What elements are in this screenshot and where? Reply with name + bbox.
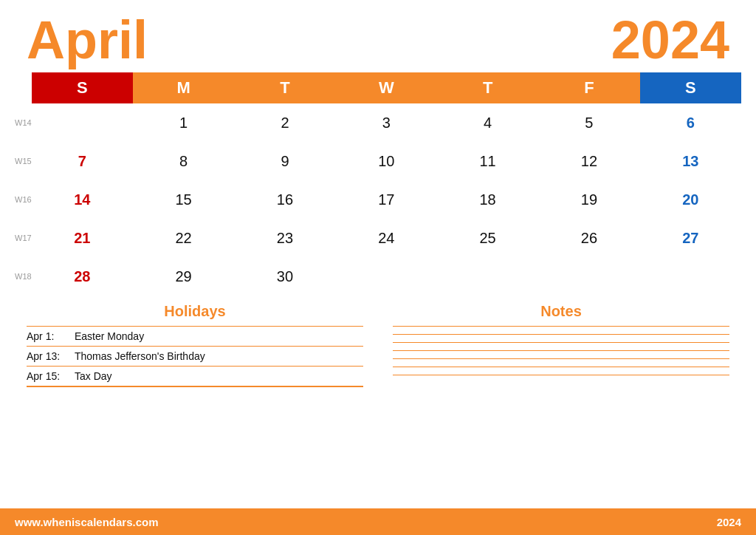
calendar-day: 7	[32, 142, 133, 180]
footer: www.wheniscalendars.com 2024	[0, 508, 756, 535]
holidays-column: Holidays Apr 1:Easter MondayApr 13:Thoma…	[27, 303, 363, 508]
header-monday: M	[133, 72, 234, 103]
header-saturday: S	[640, 72, 741, 103]
footer-url: www.wheniscalendars.com	[15, 516, 159, 528]
calendar-day: 4	[437, 103, 538, 142]
calendar-day: 10	[336, 142, 437, 180]
week-number: W18	[15, 257, 32, 296]
header-sunday: S	[32, 72, 133, 103]
header-friday: F	[538, 72, 639, 103]
holiday-date: Apr 1:	[27, 330, 75, 342]
holiday-item: Apr 1:Easter Monday	[27, 327, 363, 347]
calendar-week-row: W1614151617181920	[15, 180, 741, 219]
calendar-day: 1	[133, 103, 234, 142]
calendar-week-row: W1578910111213	[15, 142, 741, 180]
calendar-day: 24	[336, 219, 437, 257]
calendar-day: 22	[133, 219, 234, 257]
calendar-day	[538, 257, 639, 296]
calendar-day: 28	[32, 257, 133, 296]
calendar-body: W14123456W1578910111213W1614151617181920…	[15, 103, 741, 296]
calendar-day: 29	[133, 257, 234, 296]
header-wednesday: W	[336, 72, 437, 103]
calendar-day: 11	[437, 142, 538, 180]
notes-line	[393, 375, 729, 375]
calendar-day: 23	[234, 219, 335, 257]
header: April 2024	[0, 0, 756, 72]
holiday-item: Apr 13:Thomas Jefferson's Birthday	[27, 347, 363, 367]
notes-line	[393, 358, 729, 359]
calendar-day	[640, 257, 741, 296]
calendar-day: 20	[640, 180, 741, 219]
calendar-day	[32, 103, 133, 142]
notes-title: Notes	[393, 303, 729, 320]
header-tuesday: T	[234, 72, 335, 103]
calendar-day: 8	[133, 142, 234, 180]
holidays-title: Holidays	[27, 303, 363, 320]
holiday-date: Apr 13:	[27, 350, 75, 362]
holiday-name: Tax Day	[75, 370, 112, 382]
calendar-day: 17	[336, 180, 437, 219]
app-container: April 2024 S M T W T F S W14123456W15789…	[0, 0, 756, 535]
year-title: 2024	[611, 13, 729, 67]
calendar-day	[336, 257, 437, 296]
notes-lines	[393, 334, 729, 375]
calendar-day: 25	[437, 219, 538, 257]
footer-year: 2024	[717, 516, 741, 528]
calendar-section: S M T W T F S W14123456W1578910111213W16…	[0, 72, 756, 296]
calendar-day: 2	[234, 103, 335, 142]
calendar-day: 26	[538, 219, 639, 257]
calendar-day: 5	[538, 103, 639, 142]
calendar-week-row: W18282930	[15, 257, 741, 296]
calendar-day: 19	[538, 180, 639, 219]
calendar-day: 16	[234, 180, 335, 219]
calendar-week-row: W14123456	[15, 103, 741, 142]
notes-line	[393, 350, 729, 351]
week-number: W15	[15, 142, 32, 180]
week-number: W16	[15, 180, 32, 219]
notes-column: Notes	[393, 303, 729, 508]
notes-line	[393, 342, 729, 343]
calendar-day: 30	[234, 257, 335, 296]
header-thursday: T	[437, 72, 538, 103]
notes-line	[393, 334, 729, 335]
calendar-week-row: W1721222324252627	[15, 219, 741, 257]
calendar-day: 15	[133, 180, 234, 219]
week-number: W14	[15, 103, 32, 142]
calendar-day: 3	[336, 103, 437, 142]
holiday-name: Easter Monday	[75, 330, 144, 342]
holidays-list: Apr 1:Easter MondayApr 13:Thomas Jeffers…	[27, 327, 363, 387]
holidays-bottom-divider	[27, 386, 363, 387]
holiday-item: Apr 15:Tax Day	[27, 367, 363, 386]
calendar-day: 27	[640, 219, 741, 257]
calendar-day: 14	[32, 180, 133, 219]
notes-top-divider	[393, 326, 729, 327]
calendar-day: 21	[32, 219, 133, 257]
calendar-table: S M T W T F S W14123456W1578910111213W16…	[15, 72, 741, 296]
holiday-date: Apr 15:	[27, 370, 75, 382]
calendar-day: 9	[234, 142, 335, 180]
calendar-day: 13	[640, 142, 741, 180]
calendar-day: 12	[538, 142, 639, 180]
calendar-day	[437, 257, 538, 296]
week-number: W17	[15, 219, 32, 257]
bottom-section: Holidays Apr 1:Easter MondayApr 13:Thoma…	[0, 296, 756, 508]
month-title: April	[27, 13, 148, 67]
day-header-row: S M T W T F S	[15, 72, 741, 103]
calendar-day: 6	[640, 103, 741, 142]
calendar-day: 18	[437, 180, 538, 219]
notes-line	[393, 367, 729, 367]
holiday-name: Thomas Jefferson's Birthday	[75, 350, 205, 362]
